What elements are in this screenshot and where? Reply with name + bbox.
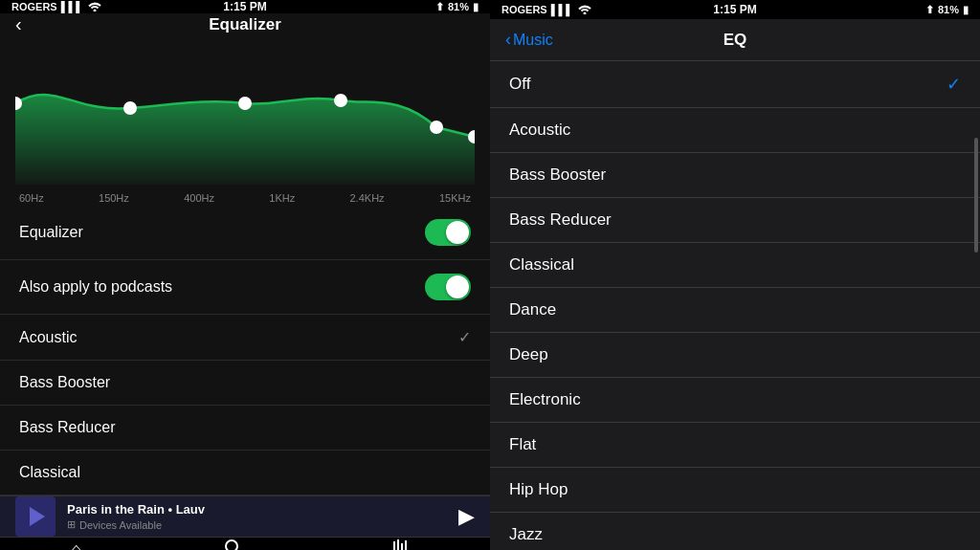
ios-item-off-label: Off [509,75,530,94]
left-status-bar: ROGERS ▌▌▌ 1:15 PM ⬆ 81% ▮ [0,0,490,13]
nav-home[interactable]: ⌂ Home [64,539,90,550]
left-status-right: ⬆ 81% ▮ [435,1,479,13]
ios-item-bass-reducer[interactable]: Bass Reducer [490,198,980,243]
nav-search[interactable]: Search [217,538,248,550]
preset-acoustic-check: ✓ [458,328,471,346]
ios-item-bass-reducer-label: Bass Reducer [509,210,612,230]
svg-point-3 [334,94,347,107]
freq-150hz: 150Hz [99,192,129,204]
eq-chart-area[interactable]: 60Hz 150Hz 400Hz 1KHz 2.4KHz 15KHz [0,35,490,198]
now-playing-info: Paris in the Rain • Lauv ⊞ Devices Avail… [67,502,447,531]
svg-marker-6 [30,507,45,526]
freq-2-4khz: 2.4KHz [350,192,385,204]
preset-row-acoustic[interactable]: Acoustic ✓ [0,315,490,361]
scrollbar [974,138,978,253]
ios-item-electronic[interactable]: Electronic [490,378,980,423]
podcasts-toggle[interactable] [425,274,471,300]
right-status-left: ROGERS ▌▌▌ [501,3,592,16]
right-battery: 81% [938,4,959,15]
ios-item-hip-hop[interactable]: Hip Hop [490,468,980,513]
ios-item-off-check: ✓ [947,74,961,95]
preset-bass-reducer-label: Bass Reducer [19,419,116,436]
right-battery-icon: ▮ [963,4,969,16]
left-battery-icon: ▮ [473,1,479,13]
nav-library[interactable]: Your Library [375,538,427,550]
now-playing-title: Paris in the Rain • Lauv [67,502,447,517]
right-time: 1:15 PM [713,3,756,16]
spotify-equalizer-panel: ROGERS ▌▌▌ 1:15 PM ⬆ 81% ▮ ‹ Equalizer [0,0,490,550]
right-carrier: ROGERS [501,4,547,15]
freq-400hz: 400Hz [184,192,214,204]
ios-item-electronic-label: Electronic [509,390,581,409]
left-location-icon: ⬆ [435,1,444,13]
svg-point-1 [123,101,137,115]
preset-row-bass-booster[interactable]: Bass Booster [0,361,490,406]
ios-item-flat[interactable]: Flat [490,423,980,468]
ios-nav-bar: ‹ Music EQ [490,19,980,61]
play-button[interactable]: ▶ [458,504,475,529]
left-status-left: ROGERS ▌▌▌ [11,0,102,13]
ios-item-deep-label: Deep [509,345,548,364]
ios-item-bass-booster[interactable]: Bass Booster [490,153,980,198]
ios-item-jazz-label: Jazz [509,525,543,544]
preset-classical-label: Classical [19,464,80,481]
left-signal-icon: ▌▌▌ [61,1,83,12]
preset-row-classical[interactable]: Classical [0,451,490,495]
ios-item-classical-label: Classical [509,255,574,275]
search-icon [223,538,242,550]
equalizer-toggle-row[interactable]: Equalizer [0,206,490,260]
svg-rect-11 [401,543,403,550]
freq-15khz: 15KHz [439,192,471,204]
preset-row-bass-reducer[interactable]: Bass Reducer [0,406,490,451]
right-location-icon: ⬆ [925,4,934,16]
freq-1khz: 1KHz [269,192,295,204]
equalizer-toggle-knob [446,221,469,244]
left-nav-bar: ‹ Equalizer [0,13,490,35]
svg-point-2 [238,97,252,110]
ios-item-bass-booster-label: Bass Booster [509,165,606,185]
podcasts-label: Also apply to podcasts [19,278,172,296]
freq-labels: 60Hz 150Hz 400Hz 1KHz 2.4KHz 15KHz [15,188,475,204]
svg-point-7 [226,540,237,550]
ios-item-hip-hop-label: Hip Hop [509,480,568,499]
left-wifi-icon [87,0,102,13]
svg-rect-12 [405,540,407,550]
album-art [15,496,56,537]
devices-label: Devices Available [79,519,162,531]
left-nav-title: Equalizer [209,15,281,34]
ios-back-button[interactable]: ‹ Music [505,30,553,50]
ios-item-dance[interactable]: Dance [490,288,980,333]
ios-item-flat-label: Flat [509,435,536,454]
ios-item-dance-label: Dance [509,300,556,319]
ios-item-classical[interactable]: Classical [490,243,980,288]
svg-rect-10 [397,539,399,550]
ios-item-acoustic[interactable]: Acoustic [490,108,980,153]
equalizer-toggle[interactable] [425,219,471,246]
left-battery: 81% [448,1,469,12]
svg-rect-9 [393,541,395,550]
right-status-bar: ROGERS ▌▌▌ 1:15 PM ⬆ 81% ▮ [490,0,980,19]
devices-icon: ⊞ [67,518,76,531]
now-playing-separator: • [168,502,176,517]
left-back-button[interactable]: ‹ [15,13,22,35]
home-icon: ⌂ [71,539,82,550]
settings-list: Equalizer Also apply to podcasts Acousti… [0,206,490,495]
left-time: 1:15 PM [223,0,266,13]
ios-eq-list: Off ✓ Acoustic Bass Booster Bass Reducer… [490,61,980,550]
podcasts-toggle-row[interactable]: Also apply to podcasts [0,260,490,315]
ios-item-off[interactable]: Off ✓ [490,61,980,108]
now-playing-artist: Lauv [176,502,205,517]
now-playing-title-text: Paris in the Rain [67,502,165,517]
right-signal-icon: ▌▌▌ [551,4,573,15]
ios-item-acoustic-label: Acoustic [509,121,570,140]
podcasts-toggle-knob [446,275,469,298]
ios-nav-title: EQ [724,31,747,50]
right-status-right: ⬆ 81% ▮ [925,4,969,16]
now-playing-subtitle: ⊞ Devices Available [67,518,447,531]
ios-item-deep[interactable]: Deep [490,333,980,378]
left-carrier: ROGERS [11,1,57,12]
ios-item-jazz[interactable]: Jazz [490,513,980,550]
eq-chart-svg [15,51,475,185]
ios-eq-panel: ROGERS ▌▌▌ 1:15 PM ⬆ 81% ▮ ‹ Music EQ Of… [490,0,980,550]
ios-back-label: Music [513,32,553,49]
